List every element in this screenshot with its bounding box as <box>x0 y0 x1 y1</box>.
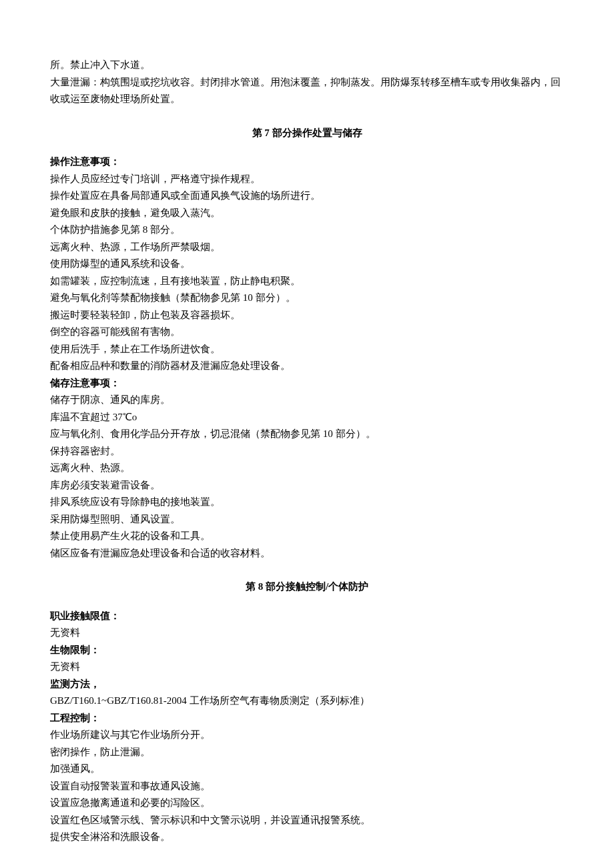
exposure-label: 职业接触限值： <box>50 608 564 625</box>
eng-line-3: 设置自动报警装置和事故通风设施。 <box>50 778 564 795</box>
eng-line-6: 提供安全淋浴和洗眼设备。 <box>50 829 564 846</box>
monitor-val: GBZ/T160.1~GBZ/T160.81-2004 工作场所空气有毒物质测定… <box>50 693 564 710</box>
ops-line-7: 避免与氧化剂等禁配物接触（禁配物参见第 10 部分）。 <box>50 290 564 307</box>
storage-line-0: 储存于阴凉、通风的库房。 <box>50 392 564 409</box>
eng-line-4: 设置应急撤离通道和必要的泻险区。 <box>50 795 564 812</box>
eng-lines: 作业场所建议与其它作业场所分开。密闭操作，防止泄漏。加强通风。设置自动报警装置和… <box>50 727 564 846</box>
ops-line-11: 配备相应品种和数量的消防器材及泄漏应急处理设备。 <box>50 358 564 375</box>
ops-line-9: 倒空的容器可能残留有害物。 <box>50 324 564 341</box>
ops-line-0: 操作人员应经过专门培训，严格遵守操作规程。 <box>50 171 564 188</box>
intro-1: 所。禁止冲入下水道。 <box>50 57 564 74</box>
storage-line-9: 储区应备有泄漏应急处理设备和合适的收容材料。 <box>50 545 564 562</box>
ops-label: 操作注意事项： <box>50 153 564 171</box>
ops-line-3: 个体防护措施参见第 8 部分。 <box>50 222 564 239</box>
ops-line-5: 使用防爆型的通风系统和设备。 <box>50 256 564 273</box>
storage-line-8: 禁止使用易产生火花的设备和工具。 <box>50 528 564 545</box>
eng-label: 工程控制： <box>50 710 564 727</box>
storage-line-5: 库房必须安装避雷设备。 <box>50 477 564 494</box>
storage-lines: 储存于阴凉、通风的库房。库温不宜超过 37℃o应与氧化剂、食用化学品分开存放，切… <box>50 392 564 562</box>
eng-line-0: 作业场所建议与其它作业场所分开。 <box>50 727 564 744</box>
bio-label: 生物限制： <box>50 642 564 659</box>
storage-line-4: 远离火种、热源。 <box>50 460 564 477</box>
monitor-label: 监测方法， <box>50 676 564 693</box>
intro-2: 大量泄漏：构筑围堤或挖坑收容。封闭排水管道。用泡沫覆盖，抑制蒸发。用防爆泵转移至… <box>50 74 564 108</box>
storage-label: 储存注意事项： <box>50 375 564 392</box>
ops-line-6: 如需罐装，应控制流速，且有接地装置，防止静电积聚。 <box>50 273 564 290</box>
section7-title: 第 7 部分操作处置与储存 <box>50 125 564 142</box>
eng-line-1: 密闭操作，防止泄漏。 <box>50 744 564 761</box>
ops-line-8: 搬运时要轻装轻卸，防止包装及容器损坏。 <box>50 307 564 324</box>
section8-title: 第 8 部分接触控制/个体防护 <box>50 578 564 596</box>
bio-val: 无资料 <box>50 659 564 676</box>
eng-line-5: 设置红色区域警示线、警示标识和中文警示说明，并设置通讯报警系统。 <box>50 812 564 829</box>
ops-line-4: 远离火种、热源，工作场所严禁吸烟。 <box>50 239 564 256</box>
ops-line-10: 使用后洗手，禁止在工作场所进饮食。 <box>50 341 564 358</box>
ops-line-2: 避免眼和皮肤的接触，避免吸入蒸汽。 <box>50 205 564 222</box>
exposure-val: 无资料 <box>50 624 564 642</box>
storage-line-3: 保持容器密封。 <box>50 443 564 460</box>
ops-lines: 操作人员应经过专门培训，严格遵守操作规程。操作处置应在具备局部通风或全面通风换气… <box>50 171 564 375</box>
storage-line-2: 应与氧化剂、食用化学品分开存放，切忌混储（禁配物参见第 10 部分）。 <box>50 426 564 443</box>
storage-line-7: 采用防爆型照明、通风设置。 <box>50 511 564 528</box>
storage-line-1: 库温不宜超过 37℃o <box>50 409 564 426</box>
ops-line-1: 操作处置应在具备局部通风或全面通风换气设施的场所进行。 <box>50 187 564 205</box>
eng-line-2: 加强通风。 <box>50 761 564 778</box>
storage-line-6: 排风系统应设有导除静电的接地装置。 <box>50 494 564 511</box>
